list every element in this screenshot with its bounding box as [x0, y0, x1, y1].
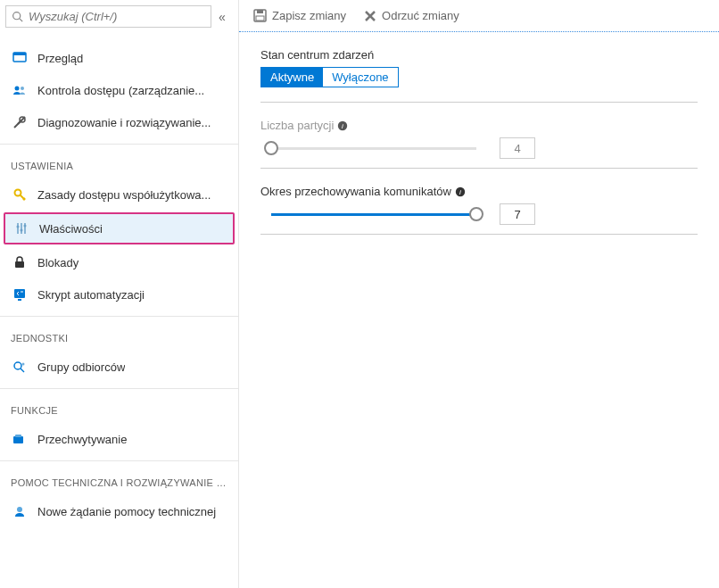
svg-point-21 [14, 362, 21, 369]
svg-point-5 [21, 87, 24, 90]
section-header-support: POMOC TECHNICZNA I ROZWIĄZYWANIE P... [0, 460, 238, 495]
save-icon [253, 9, 267, 22]
sidebar-item-label: Kontrola dostępu (zarządzanie... [37, 84, 204, 97]
group-icon [11, 360, 29, 374]
sidebar-item-diagnose[interactable]: Diagnozowanie i rozwiązywanie... [0, 106, 238, 138]
svg-point-0 [13, 12, 21, 20]
retention-slider-row: 7 [260, 203, 698, 225]
svg-text:i: i [342, 122, 343, 130]
info-icon[interactable]: i [337, 120, 348, 131]
sidebar-item-label: Blokady [37, 256, 79, 269]
divider [260, 102, 698, 103]
section-header-features: FUNKCJE [0, 388, 238, 423]
search-input[interactable] [29, 10, 205, 23]
svg-rect-18 [15, 261, 24, 268]
partitions-label: Liczba partycji i [260, 119, 698, 132]
sidebar-item-consumer-groups[interactable]: Grupy odbiorców [0, 351, 238, 383]
discard-button[interactable]: Odrzuć zmiany [364, 9, 459, 22]
sidebar-item-label: Skrypt automatyzacji [37, 288, 145, 302]
sidebar-item-label: Nowe żądanie pomocy technicznej [37, 505, 216, 518]
sidebar-item-capture[interactable]: Przechwytywanie [0, 423, 238, 455]
sidebar: « Przegląd Kontrola dostępu (zarządzanie… [0, 0, 239, 588]
svg-rect-29 [256, 16, 264, 21]
capture-icon [11, 432, 29, 446]
divider [260, 234, 698, 235]
divider [260, 168, 698, 169]
collapse-sidebar-button[interactable]: « [211, 10, 233, 24]
svg-point-23 [22, 363, 25, 366]
slider-thumb[interactable] [469, 207, 483, 221]
section-header-settings: USTAWIENIA [0, 144, 238, 178]
retention-slider[interactable] [271, 213, 476, 216]
sidebar-item-label: Właściwości [39, 222, 103, 236]
people-icon [11, 83, 29, 97]
search-box[interactable] [5, 5, 211, 28]
search-icon [12, 11, 23, 22]
discard-label: Odrzuć zmiany [382, 9, 459, 22]
sidebar-menu: Przegląd Kontrola dostępu (zarządzanie..… [0, 33, 238, 527]
slider-thumb [264, 141, 278, 155]
state-label: Stan centrum zdarzeń [260, 48, 698, 62]
sidebar-item-label: Przechwytywanie [37, 433, 127, 446]
sidebar-item-new-support-request[interactable]: Nowe żądanie pomocy technicznej [0, 495, 238, 527]
tools-icon [11, 115, 29, 129]
svg-line-22 [21, 369, 24, 372]
save-button[interactable]: Zapisz zmiany [253, 9, 346, 22]
sidebar-item-shared-access[interactable]: Zasady dostępu współużytkowa... [0, 178, 238, 211]
form-panel: Stan centrum zdarzeń Aktywne Wyłączone L… [239, 32, 719, 267]
partitions-value: 4 [500, 137, 535, 159]
svg-line-1 [20, 19, 22, 21]
partitions-slider-row: 4 [260, 137, 698, 159]
toolbar: Zapisz zmiany Odrzuć zmiany [239, 0, 719, 32]
sidebar-item-label: Przegląd [37, 52, 83, 65]
svg-point-15 [21, 229, 23, 232]
sidebar-item-locks[interactable]: Blokady [0, 246, 238, 278]
sliders-icon [12, 221, 30, 236]
support-icon [11, 504, 29, 518]
svg-line-11 [23, 198, 25, 200]
sidebar-item-automation-script[interactable]: Skrypt automatyzacji [0, 278, 238, 311]
lock-icon [11, 255, 29, 269]
partitions-slider [271, 147, 476, 150]
save-label: Zapisz zmiany [272, 9, 346, 22]
svg-point-26 [17, 507, 22, 512]
search-row: « [0, 0, 238, 33]
svg-point-17 [24, 225, 27, 228]
sidebar-item-label: Zasady dostępu współużytkowa... [37, 188, 211, 202]
discard-icon [364, 10, 376, 22]
content-panel: Zapisz zmiany Odrzuć zmiany Stan centrum… [239, 0, 719, 588]
state-toggle[interactable]: Aktywne Wyłączone [260, 67, 399, 87]
info-icon[interactable]: i [455, 186, 466, 197]
svg-point-4 [15, 87, 20, 91]
svg-rect-19 [14, 289, 25, 298]
retention-value[interactable]: 7 [500, 203, 535, 225]
svg-rect-24 [13, 436, 23, 443]
sidebar-item-label: Diagnozowanie i rozwiązywanie... [37, 116, 211, 129]
svg-line-8 [18, 117, 25, 124]
state-option-disabled[interactable]: Wyłączone [323, 68, 397, 87]
sidebar-item-overview[interactable]: Przegląd [0, 42, 238, 74]
sidebar-item-label: Grupy odbiorców [37, 360, 125, 374]
svg-text:i: i [459, 188, 461, 196]
overview-icon [11, 51, 29, 65]
sidebar-item-properties[interactable]: Właściwości [4, 212, 235, 244]
svg-rect-25 [15, 435, 21, 437]
section-header-entities: JEDNOSTKI [0, 316, 238, 351]
state-option-active[interactable]: Aktywne [261, 68, 323, 87]
script-icon [11, 287, 29, 302]
svg-rect-28 [257, 10, 263, 13]
key-icon [11, 187, 29, 202]
svg-rect-20 [18, 299, 21, 301]
svg-point-13 [17, 226, 20, 228]
retention-label: Okres przechowywania komunikatów i [260, 185, 698, 198]
sidebar-item-access-control[interactable]: Kontrola dostępu (zarządzanie... [0, 74, 238, 106]
svg-rect-3 [13, 53, 26, 55]
